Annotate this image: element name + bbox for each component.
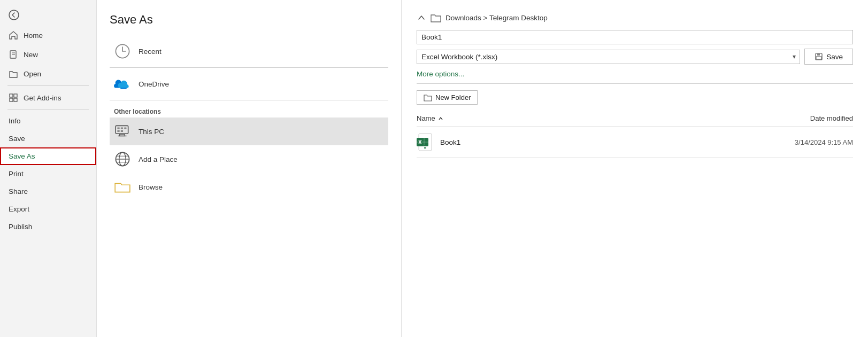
browse-folder-icon	[114, 178, 131, 195]
sidebar-item-info-label: Info	[9, 117, 21, 125]
location-add-place-label: Add a Place	[139, 155, 178, 163]
divider-recent	[110, 67, 388, 68]
sidebar-item-save-as[interactable]: Save As	[0, 147, 96, 165]
location-this-pc-label: This PC	[139, 128, 164, 136]
name-column-header[interactable]: Name	[417, 114, 444, 122]
sidebar-item-export-label: Export	[9, 205, 29, 213]
breadcrumb-path: Downloads > Telegram Desktop	[445, 14, 548, 22]
breadcrumb-row: Downloads > Telegram Desktop	[417, 13, 853, 22]
sidebar-item-open[interactable]: Open	[0, 64, 96, 83]
location-browse[interactable]: Browse	[110, 173, 388, 201]
sidebar-item-share-label: Share	[9, 187, 28, 195]
name-header-label: Name	[417, 114, 435, 122]
sidebar: Home New Open Get Add-ins Info Save Save	[0, 0, 97, 337]
location-browse-label: Browse	[139, 183, 163, 191]
location-add-place[interactable]: Add a Place	[110, 145, 388, 173]
back-icon	[9, 10, 19, 20]
svg-rect-16	[121, 130, 123, 132]
sidebar-item-publish[interactable]: Publish	[0, 218, 96, 236]
excel-file-icon: X	[417, 132, 434, 152]
new-folder-icon	[424, 94, 432, 101]
right-panel: Downloads > Telegram Desktop Excel Workb…	[402, 0, 868, 337]
save-button-label: Save	[826, 53, 843, 61]
svg-rect-23	[817, 53, 820, 56]
filename-input[interactable]	[417, 30, 853, 44]
svg-rect-31	[424, 147, 426, 148]
home-icon	[9, 30, 18, 40]
sidebar-item-share[interactable]: Share	[0, 183, 96, 200]
new-folder-button[interactable]: New Folder	[417, 90, 478, 105]
open-icon	[9, 69, 18, 79]
svg-rect-13	[121, 128, 123, 129]
location-list: Recent OneDrive Other locations	[110, 37, 388, 201]
new-icon	[9, 50, 18, 59]
divider-onedrive	[110, 100, 388, 100]
location-recent-label: Recent	[139, 48, 162, 56]
sidebar-item-print[interactable]: Print	[0, 165, 96, 183]
file-table-header: Name Date modified	[417, 112, 853, 127]
sidebar-item-home[interactable]: Home	[0, 26, 96, 45]
panel-divider	[417, 83, 853, 84]
sidebar-item-publish-label: Publish	[9, 223, 32, 231]
svg-rect-9	[116, 126, 128, 134]
up-arrow-icon	[417, 13, 426, 22]
add-ins-icon	[9, 93, 18, 103]
sidebar-item-new[interactable]: New	[0, 45, 96, 64]
sidebar-item-info[interactable]: Info	[0, 112, 96, 130]
file-row-left: X Book1	[417, 132, 460, 152]
filetype-row: Excel Workbook (*.xlsx)Excel Macro-Enabl…	[417, 49, 853, 65]
filetype-select-wrapper: Excel Workbook (*.xlsx)Excel Macro-Enabl…	[417, 50, 800, 64]
svg-text:X: X	[418, 139, 422, 145]
svg-rect-7	[14, 98, 17, 101]
filetype-select[interactable]: Excel Workbook (*.xlsx)Excel Macro-Enabl…	[417, 50, 800, 64]
sidebar-item-addins-label: Get Add-ins	[24, 94, 62, 102]
onedrive-icon	[114, 75, 131, 92]
svg-point-0	[9, 10, 19, 20]
svg-rect-24	[816, 57, 821, 59]
sidebar-item-open-label: Open	[24, 70, 41, 78]
location-this-pc[interactable]: This PC	[110, 117, 388, 145]
more-options-link[interactable]: More options...	[417, 70, 853, 78]
sidebar-item-save-label: Save	[9, 135, 25, 143]
file-name: Book1	[440, 138, 460, 146]
divider-1	[7, 85, 89, 86]
sidebar-item-save[interactable]: Save	[0, 130, 96, 147]
save-icon	[815, 52, 823, 61]
sidebar-item-addins[interactable]: Get Add-ins	[0, 88, 96, 107]
location-recent[interactable]: Recent	[110, 37, 388, 65]
sidebar-item-new-label: New	[24, 51, 38, 59]
sidebar-item-save-as-label: Save As	[9, 152, 35, 160]
breadcrumb-up-button[interactable]	[417, 13, 426, 22]
svg-rect-30	[424, 145, 426, 146]
table-row[interactable]: X Book1 3/14/2024 9:15 AM	[417, 127, 853, 158]
breadcrumb-folder-icon	[431, 13, 441, 22]
sidebar-item-home-label: Home	[24, 32, 43, 40]
date-modified-column-header[interactable]: Date modified	[810, 114, 853, 122]
date-modified-header-label: Date modified	[810, 114, 853, 122]
location-onedrive[interactable]: OneDrive	[110, 70, 388, 98]
file-date-modified: 3/14/2024 9:15 AM	[795, 138, 853, 146]
globe-icon	[114, 151, 131, 168]
svg-rect-5	[14, 94, 17, 97]
location-onedrive-label: OneDrive	[139, 80, 169, 88]
new-folder-label: New Folder	[435, 93, 471, 101]
svg-rect-15	[117, 130, 119, 132]
divider-2	[7, 109, 89, 110]
svg-rect-6	[10, 98, 13, 101]
svg-rect-12	[117, 128, 119, 129]
sort-asc-icon	[437, 115, 444, 122]
pc-icon	[114, 123, 131, 140]
page-title: Save As	[110, 13, 388, 27]
middle-panel: Save As Recent OneDrive	[97, 0, 402, 337]
clock-icon	[114, 43, 131, 60]
section-other-locations: Other locations	[110, 103, 388, 117]
save-button[interactable]: Save	[804, 49, 853, 65]
back-button[interactable]	[0, 4, 96, 26]
save-button-container: Save	[804, 49, 853, 65]
svg-rect-4	[10, 94, 13, 97]
svg-rect-14	[124, 128, 126, 129]
sidebar-item-print-label: Print	[9, 170, 24, 178]
sidebar-item-export[interactable]: Export	[0, 200, 96, 218]
